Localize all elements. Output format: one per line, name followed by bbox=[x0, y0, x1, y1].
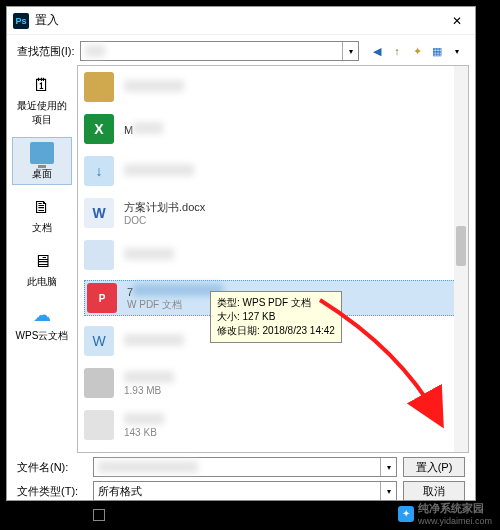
file-open-dialog: Ps 置入 ✕ 查找范围(I): ▾ ◀ ↑ ✦ ▦ ▾ 🗓 最近使用的项目 桌… bbox=[6, 6, 476, 501]
file-row[interactable]: ↓ bbox=[84, 154, 462, 188]
file-row[interactable]: 143 KB bbox=[84, 408, 462, 442]
sidebar-item-documents[interactable]: 🗎 文档 bbox=[12, 191, 72, 239]
app-icon: Ps bbox=[13, 13, 29, 29]
sidebar-item-recent[interactable]: 🗓 最近使用的项目 bbox=[12, 69, 72, 131]
toolbar-icons: ◀ ↑ ✦ ▦ ▾ bbox=[365, 43, 465, 59]
filetype-combo[interactable]: 所有格式 ▾ bbox=[93, 481, 397, 501]
image-icon bbox=[84, 368, 114, 398]
up-icon[interactable]: ↑ bbox=[389, 43, 405, 59]
excel-icon: X bbox=[84, 114, 114, 144]
sidebar-item-thispc[interactable]: 🖥 此电脑 bbox=[12, 245, 72, 293]
dialog-title: 置入 bbox=[35, 12, 445, 29]
tooltip-date: 修改日期: 2018/8/23 14:42 bbox=[217, 324, 335, 338]
file-name bbox=[124, 164, 194, 176]
image-icon bbox=[84, 410, 114, 440]
chevron-down-icon[interactable]: ▾ bbox=[380, 482, 396, 500]
file-sub: DOC bbox=[124, 215, 205, 226]
file-list-scrollbar[interactable] bbox=[454, 66, 468, 452]
tooltip-type: 类型: WPS PDF 文档 bbox=[217, 296, 335, 310]
file-name: M bbox=[124, 124, 133, 136]
lookin-value bbox=[85, 45, 105, 57]
file-tooltip: 类型: WPS PDF 文档 大小: 127 KB 修改日期: 2018/8/2… bbox=[210, 291, 342, 343]
scrollbar-thumb[interactable] bbox=[456, 226, 466, 266]
image-sequence-checkbox[interactable] bbox=[93, 509, 105, 521]
filetype-value: 所有格式 bbox=[98, 484, 142, 499]
cloud-icon: ☁ bbox=[28, 303, 56, 327]
watermark-url: www.yidaimei.com bbox=[418, 516, 492, 526]
pdf-icon: P bbox=[87, 283, 117, 313]
sidebar-item-label: 最近使用的项目 bbox=[13, 99, 71, 127]
file-icon: ↓ bbox=[84, 156, 114, 186]
dialog-body: 🗓 最近使用的项目 桌面 🗎 文档 🖥 此电脑 ☁ WPS云文档 bbox=[7, 65, 475, 453]
watermark-icon: ✦ bbox=[398, 506, 414, 522]
places-sidebar: 🗓 最近使用的项目 桌面 🗎 文档 🖥 此电脑 ☁ WPS云文档 bbox=[7, 65, 77, 453]
file-sub: W PDF 文档 bbox=[127, 298, 223, 312]
filename-value bbox=[98, 461, 198, 473]
file-list[interactable]: X M ↓ W 方案计划书.docx DOC bbox=[77, 65, 469, 453]
lookin-label: 查找范围(I): bbox=[17, 44, 74, 59]
file-row[interactable] bbox=[84, 238, 462, 272]
filename-label: 文件名(N): bbox=[17, 460, 87, 475]
sidebar-item-label: 桌面 bbox=[32, 167, 52, 181]
file-row[interactable]: X M bbox=[84, 112, 462, 146]
filename-input[interactable]: ▾ bbox=[93, 457, 397, 477]
tooltip-size: 大小: 127 KB bbox=[217, 310, 335, 324]
sidebar-item-label: 此电脑 bbox=[27, 275, 57, 289]
file-sub: 1.93 MB bbox=[124, 385, 174, 396]
watermark: ✦ 纯净系统家园 www.yidaimei.com bbox=[398, 501, 492, 526]
documents-icon: 🗎 bbox=[28, 195, 56, 219]
watermark-brand: 纯净系统家园 bbox=[418, 501, 492, 516]
sidebar-item-desktop[interactable]: 桌面 bbox=[12, 137, 72, 185]
file-icon: W bbox=[84, 326, 114, 356]
file-icon bbox=[84, 240, 114, 270]
lookin-combo[interactable]: ▾ bbox=[80, 41, 359, 61]
filetype-label: 文件类型(T): bbox=[17, 484, 87, 499]
cancel-button[interactable]: 取消 bbox=[403, 481, 465, 501]
docx-icon: W bbox=[84, 198, 114, 228]
file-name bbox=[124, 334, 184, 346]
title-bar: Ps 置入 ✕ bbox=[7, 7, 475, 35]
views-dropdown-icon[interactable]: ▾ bbox=[449, 43, 465, 59]
file-name bbox=[124, 80, 184, 92]
recent-icon: 🗓 bbox=[28, 73, 56, 97]
file-name: 方案计划书.docx bbox=[124, 200, 205, 215]
folder-icon bbox=[84, 72, 114, 102]
image-sequence-label: 图像序列 bbox=[109, 507, 153, 522]
file-row[interactable]: W 方案计划书.docx DOC bbox=[84, 196, 462, 230]
file-sub: 143 KB bbox=[124, 427, 164, 438]
file-name bbox=[124, 371, 174, 383]
back-icon[interactable]: ◀ bbox=[369, 43, 385, 59]
thispc-icon: 🖥 bbox=[28, 249, 56, 273]
sidebar-item-label: WPS云文档 bbox=[16, 329, 69, 343]
sidebar-item-wpscloud[interactable]: ☁ WPS云文档 bbox=[12, 299, 72, 347]
lookin-toolbar: 查找范围(I): ▾ ◀ ↑ ✦ ▦ ▾ bbox=[7, 35, 475, 65]
file-name bbox=[124, 413, 164, 425]
desktop-icon bbox=[28, 141, 56, 165]
place-button[interactable]: 置入(P) bbox=[403, 457, 465, 477]
chevron-down-icon[interactable]: ▾ bbox=[380, 458, 396, 476]
file-row[interactable] bbox=[84, 70, 462, 104]
file-name bbox=[124, 248, 174, 260]
views-icon[interactable]: ▦ bbox=[429, 43, 445, 59]
chevron-down-icon[interactable]: ▾ bbox=[342, 42, 358, 60]
file-row[interactable]: 1.93 MB bbox=[84, 366, 462, 400]
sidebar-item-label: 文档 bbox=[32, 221, 52, 235]
new-folder-icon[interactable]: ✦ bbox=[409, 43, 425, 59]
close-button[interactable]: ✕ bbox=[445, 12, 469, 30]
